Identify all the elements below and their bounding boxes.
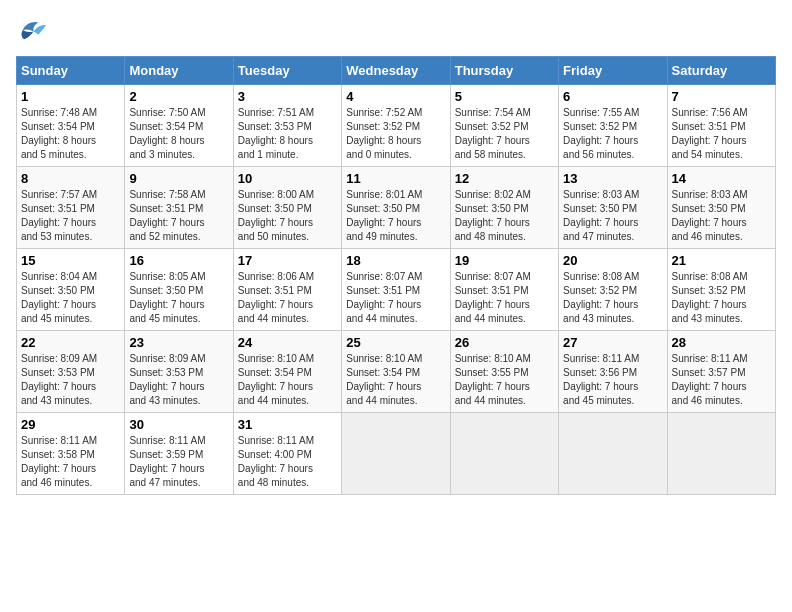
day-info: Sunrise: 8:10 AM Sunset: 3:54 PM Dayligh… <box>346 352 445 408</box>
day-number: 31 <box>238 417 337 432</box>
day-info: Sunrise: 7:55 AM Sunset: 3:52 PM Dayligh… <box>563 106 662 162</box>
col-header-wednesday: Wednesday <box>342 57 450 85</box>
calendar-cell: 8Sunrise: 7:57 AM Sunset: 3:51 PM Daylig… <box>17 167 125 249</box>
day-info: Sunrise: 8:11 AM Sunset: 3:57 PM Dayligh… <box>672 352 771 408</box>
day-number: 10 <box>238 171 337 186</box>
day-info: Sunrise: 8:05 AM Sunset: 3:50 PM Dayligh… <box>129 270 228 326</box>
day-info: Sunrise: 8:10 AM Sunset: 3:54 PM Dayligh… <box>238 352 337 408</box>
calendar-cell: 2Sunrise: 7:50 AM Sunset: 3:54 PM Daylig… <box>125 85 233 167</box>
calendar-cell: 4Sunrise: 7:52 AM Sunset: 3:52 PM Daylig… <box>342 85 450 167</box>
day-info: Sunrise: 8:08 AM Sunset: 3:52 PM Dayligh… <box>672 270 771 326</box>
day-info: Sunrise: 8:00 AM Sunset: 3:50 PM Dayligh… <box>238 188 337 244</box>
calendar-cell: 16Sunrise: 8:05 AM Sunset: 3:50 PM Dayli… <box>125 249 233 331</box>
day-number: 8 <box>21 171 120 186</box>
calendar-cell: 24Sunrise: 8:10 AM Sunset: 3:54 PM Dayli… <box>233 331 341 413</box>
day-info: Sunrise: 8:11 AM Sunset: 3:58 PM Dayligh… <box>21 434 120 490</box>
calendar-table: SundayMondayTuesdayWednesdayThursdayFrid… <box>16 56 776 495</box>
day-number: 6 <box>563 89 662 104</box>
day-number: 25 <box>346 335 445 350</box>
day-info: Sunrise: 7:56 AM Sunset: 3:51 PM Dayligh… <box>672 106 771 162</box>
day-number: 3 <box>238 89 337 104</box>
col-header-monday: Monday <box>125 57 233 85</box>
col-header-sunday: Sunday <box>17 57 125 85</box>
calendar-cell: 5Sunrise: 7:54 AM Sunset: 3:52 PM Daylig… <box>450 85 558 167</box>
day-number: 4 <box>346 89 445 104</box>
day-number: 29 <box>21 417 120 432</box>
day-number: 28 <box>672 335 771 350</box>
day-number: 27 <box>563 335 662 350</box>
day-info: Sunrise: 7:52 AM Sunset: 3:52 PM Dayligh… <box>346 106 445 162</box>
day-number: 20 <box>563 253 662 268</box>
calendar-cell: 17Sunrise: 8:06 AM Sunset: 3:51 PM Dayli… <box>233 249 341 331</box>
day-number: 13 <box>563 171 662 186</box>
day-info: Sunrise: 8:07 AM Sunset: 3:51 PM Dayligh… <box>455 270 554 326</box>
calendar-cell <box>342 413 450 495</box>
day-number: 30 <box>129 417 228 432</box>
day-number: 22 <box>21 335 120 350</box>
day-info: Sunrise: 8:09 AM Sunset: 3:53 PM Dayligh… <box>21 352 120 408</box>
day-number: 14 <box>672 171 771 186</box>
logo-icon <box>16 16 48 44</box>
day-info: Sunrise: 8:11 AM Sunset: 3:56 PM Dayligh… <box>563 352 662 408</box>
calendar-cell: 14Sunrise: 8:03 AM Sunset: 3:50 PM Dayli… <box>667 167 775 249</box>
calendar-cell: 27Sunrise: 8:11 AM Sunset: 3:56 PM Dayli… <box>559 331 667 413</box>
calendar-cell: 29Sunrise: 8:11 AM Sunset: 3:58 PM Dayli… <box>17 413 125 495</box>
day-number: 26 <box>455 335 554 350</box>
day-number: 16 <box>129 253 228 268</box>
calendar-cell: 10Sunrise: 8:00 AM Sunset: 3:50 PM Dayli… <box>233 167 341 249</box>
day-info: Sunrise: 8:03 AM Sunset: 3:50 PM Dayligh… <box>563 188 662 244</box>
day-number: 15 <box>21 253 120 268</box>
col-header-friday: Friday <box>559 57 667 85</box>
day-number: 5 <box>455 89 554 104</box>
day-number: 19 <box>455 253 554 268</box>
calendar-cell: 6Sunrise: 7:55 AM Sunset: 3:52 PM Daylig… <box>559 85 667 167</box>
day-info: Sunrise: 8:11 AM Sunset: 4:00 PM Dayligh… <box>238 434 337 490</box>
calendar-cell: 7Sunrise: 7:56 AM Sunset: 3:51 PM Daylig… <box>667 85 775 167</box>
day-info: Sunrise: 7:58 AM Sunset: 3:51 PM Dayligh… <box>129 188 228 244</box>
calendar-cell: 21Sunrise: 8:08 AM Sunset: 3:52 PM Dayli… <box>667 249 775 331</box>
day-number: 17 <box>238 253 337 268</box>
col-header-saturday: Saturday <box>667 57 775 85</box>
calendar-cell: 15Sunrise: 8:04 AM Sunset: 3:50 PM Dayli… <box>17 249 125 331</box>
day-info: Sunrise: 8:04 AM Sunset: 3:50 PM Dayligh… <box>21 270 120 326</box>
calendar-cell: 28Sunrise: 8:11 AM Sunset: 3:57 PM Dayli… <box>667 331 775 413</box>
col-header-tuesday: Tuesday <box>233 57 341 85</box>
logo <box>16 16 52 44</box>
day-number: 11 <box>346 171 445 186</box>
col-header-thursday: Thursday <box>450 57 558 85</box>
calendar-cell <box>450 413 558 495</box>
day-info: Sunrise: 8:02 AM Sunset: 3:50 PM Dayligh… <box>455 188 554 244</box>
day-number: 21 <box>672 253 771 268</box>
calendar-cell: 12Sunrise: 8:02 AM Sunset: 3:50 PM Dayli… <box>450 167 558 249</box>
day-info: Sunrise: 7:57 AM Sunset: 3:51 PM Dayligh… <box>21 188 120 244</box>
calendar-cell <box>667 413 775 495</box>
calendar-cell: 3Sunrise: 7:51 AM Sunset: 3:53 PM Daylig… <box>233 85 341 167</box>
calendar-cell: 19Sunrise: 8:07 AM Sunset: 3:51 PM Dayli… <box>450 249 558 331</box>
calendar-cell: 31Sunrise: 8:11 AM Sunset: 4:00 PM Dayli… <box>233 413 341 495</box>
calendar-cell <box>559 413 667 495</box>
calendar-cell: 18Sunrise: 8:07 AM Sunset: 3:51 PM Dayli… <box>342 249 450 331</box>
calendar-cell: 1Sunrise: 7:48 AM Sunset: 3:54 PM Daylig… <box>17 85 125 167</box>
calendar-cell: 22Sunrise: 8:09 AM Sunset: 3:53 PM Dayli… <box>17 331 125 413</box>
day-info: Sunrise: 8:10 AM Sunset: 3:55 PM Dayligh… <box>455 352 554 408</box>
day-number: 1 <box>21 89 120 104</box>
day-info: Sunrise: 8:11 AM Sunset: 3:59 PM Dayligh… <box>129 434 228 490</box>
day-info: Sunrise: 7:50 AM Sunset: 3:54 PM Dayligh… <box>129 106 228 162</box>
calendar-cell: 20Sunrise: 8:08 AM Sunset: 3:52 PM Dayli… <box>559 249 667 331</box>
day-number: 12 <box>455 171 554 186</box>
day-info: Sunrise: 8:07 AM Sunset: 3:51 PM Dayligh… <box>346 270 445 326</box>
calendar-cell: 13Sunrise: 8:03 AM Sunset: 3:50 PM Dayli… <box>559 167 667 249</box>
calendar-cell: 11Sunrise: 8:01 AM Sunset: 3:50 PM Dayli… <box>342 167 450 249</box>
day-number: 24 <box>238 335 337 350</box>
calendar-cell: 23Sunrise: 8:09 AM Sunset: 3:53 PM Dayli… <box>125 331 233 413</box>
day-info: Sunrise: 8:06 AM Sunset: 3:51 PM Dayligh… <box>238 270 337 326</box>
day-number: 2 <box>129 89 228 104</box>
day-info: Sunrise: 8:01 AM Sunset: 3:50 PM Dayligh… <box>346 188 445 244</box>
day-info: Sunrise: 7:48 AM Sunset: 3:54 PM Dayligh… <box>21 106 120 162</box>
calendar-cell: 25Sunrise: 8:10 AM Sunset: 3:54 PM Dayli… <box>342 331 450 413</box>
day-info: Sunrise: 8:08 AM Sunset: 3:52 PM Dayligh… <box>563 270 662 326</box>
day-number: 23 <box>129 335 228 350</box>
calendar-cell: 30Sunrise: 8:11 AM Sunset: 3:59 PM Dayli… <box>125 413 233 495</box>
day-info: Sunrise: 8:03 AM Sunset: 3:50 PM Dayligh… <box>672 188 771 244</box>
day-info: Sunrise: 7:51 AM Sunset: 3:53 PM Dayligh… <box>238 106 337 162</box>
